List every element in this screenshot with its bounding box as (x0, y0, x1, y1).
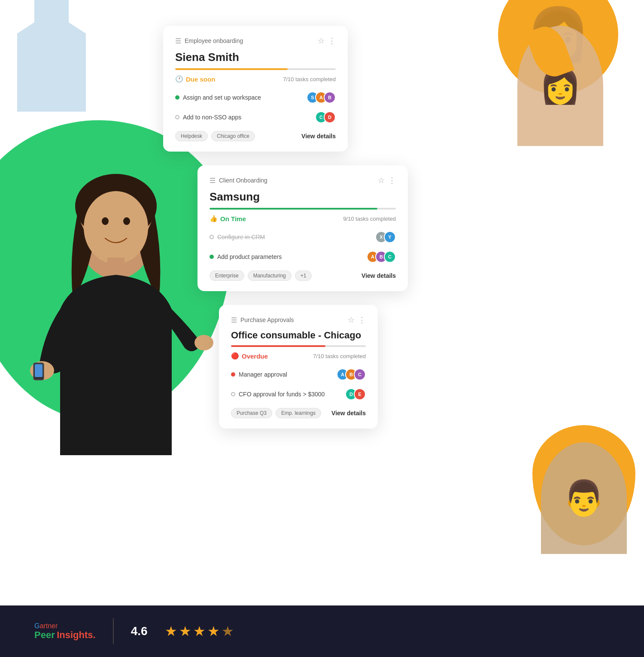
card2-tag-plus1[interactable]: +1 (295, 271, 312, 281)
svg-rect-9 (35, 364, 43, 377)
card1-title: Employee onboarding (185, 37, 243, 44)
card3-actions: ☆ ⋮ (348, 315, 366, 325)
card3-task-1-avatars: A B C (337, 368, 366, 380)
star-4: ★ (207, 623, 220, 639)
rating-score: 4.6 (131, 624, 148, 638)
card2-actions: ☆ ⋮ (378, 176, 396, 185)
avatar: E (354, 388, 366, 400)
card3-tasks-count: 7/10 tasks completed (313, 353, 366, 359)
card3-header: ☰ Purchase Approvals ☆ ⋮ (231, 315, 366, 325)
card2-view-details[interactable]: View details (361, 272, 396, 279)
card2-task-2: Add product parameters A B C (210, 249, 396, 265)
card3-status-badge: 🔴 Overdue (231, 352, 268, 360)
peer-text: Peer (34, 630, 55, 640)
star-5-half: ★ (222, 623, 234, 639)
avatar: D (324, 111, 336, 123)
card3-star-icon[interactable]: ☆ (348, 315, 355, 325)
card2-status-row: 👍 On Time 9/10 tasks completed (210, 215, 396, 222)
card1-tag-chicago[interactable]: Chicago office (211, 131, 255, 141)
card1-task-2-dot (175, 115, 179, 119)
card2-name: Samsung (210, 190, 396, 204)
card2-task-1: Configure in CRM X Y (210, 229, 396, 245)
star-2: ★ (179, 623, 191, 639)
card2-header: ☰ Client Onboarding ☆ ⋮ (210, 176, 396, 185)
card1-star-icon[interactable]: ☆ (318, 36, 325, 46)
card1-progress-fill (175, 68, 288, 70)
star-1: ★ (165, 623, 177, 639)
card1-status-badge: 🕐 Due soon (175, 75, 215, 83)
star-rating: ★ ★ ★ ★ ★ (165, 623, 234, 639)
card1-task-1: Assign and set up workspace S A B (175, 90, 336, 105)
card3-tags: Purchase Q3 Emp. learnings (231, 408, 321, 418)
card2-task-1-dot (210, 235, 214, 239)
card3-task-1-label: Manager approval (239, 371, 287, 378)
card3-progress-bar (231, 345, 366, 347)
card1-actions: ☆ ⋮ (318, 36, 336, 46)
card2-star-icon[interactable]: ☆ (378, 176, 385, 185)
card1-header: ☰ Employee onboarding ☆ ⋮ (175, 36, 336, 46)
card3-title: Purchase Approvals (240, 316, 294, 323)
card3-task-2-avatars: D E (345, 388, 366, 400)
card3-tag-emp[interactable]: Emp. learnings (276, 408, 321, 418)
person-bottom-right: 👨 (532, 425, 635, 554)
card1-status-row: 🕐 Due soon 7/10 tasks completed (175, 75, 336, 83)
avatar: Y (384, 231, 396, 243)
client-onboarding-card: ☰ Client Onboarding ☆ ⋮ Samsung 👍 On Tim… (197, 165, 408, 291)
cards-area: ☰ Employee onboarding ☆ ⋮ Siena Smith 🕐 … (163, 26, 575, 442)
card2-task-2-left: Add product parameters (210, 253, 282, 260)
card3-task-1-left: Manager approval (231, 371, 287, 378)
card3-status-row: 🔴 Overdue 7/10 tasks completed (231, 352, 366, 360)
card2-progress-fill (210, 208, 377, 210)
card3-tag-purchase[interactable]: Purchase Q3 (231, 408, 272, 418)
rating-divider (113, 618, 114, 644)
card1-status-text: Due soon (186, 76, 215, 83)
avatar: B (324, 91, 336, 103)
svg-point-3 (102, 217, 109, 225)
card1-task-2-avatars: C D (315, 111, 336, 123)
card1-list-icon: ☰ (175, 37, 181, 45)
card2-tag-manufacturing[interactable]: Manufacturing (248, 271, 292, 281)
card2-task-1-avatars: X Y (375, 231, 396, 243)
card1-progress-bar (175, 68, 336, 70)
card3-view-details[interactable]: View details (331, 410, 366, 417)
star-3: ★ (193, 623, 206, 639)
card1-tasks-count: 7/10 tasks completed (283, 76, 336, 82)
card3-progress-fill (231, 345, 325, 347)
card1-footer: Helpdesk Chicago office View details (175, 131, 336, 141)
card2-status-badge: 👍 On Time (210, 215, 246, 222)
card3-name: Office consumable - Chicago (231, 330, 366, 341)
card2-dots-icon[interactable]: ⋮ (388, 176, 396, 185)
card2-task-2-dot (210, 255, 214, 259)
svg-point-4 (123, 217, 130, 225)
card2-tag-enterprise[interactable]: Enterprise (210, 271, 244, 281)
card3-dots-icon[interactable]: ⋮ (358, 315, 366, 325)
card2-footer: Enterprise Manufacturing +1 View details (210, 271, 396, 281)
card3-task-2-label: CFO approval for funds > $3000 (239, 391, 325, 398)
gartner-artner: artner (39, 622, 58, 630)
card1-task-2-left: Add to non-SSO apps (175, 114, 241, 121)
card2-task-1-left: Configure in CRM (210, 234, 265, 240)
card2-progress-bar (210, 208, 396, 210)
avatar: C (384, 251, 396, 263)
card1-tag-helpdesk[interactable]: Helpdesk (175, 131, 208, 141)
card2-status-text: On Time (220, 215, 246, 222)
card2-task-2-label: Add product parameters (217, 253, 282, 260)
insights-text: Insights. (57, 630, 95, 640)
svg-point-2 (84, 191, 148, 264)
card2-task-1-label: Configure in CRM (217, 234, 265, 240)
card1-clock-icon: 🕐 (175, 75, 183, 83)
card2-tags: Enterprise Manufacturing +1 (210, 271, 312, 281)
card1-tags: Helpdesk Chicago office (175, 131, 255, 141)
card1-dots-icon[interactable]: ⋮ (328, 36, 336, 46)
card3-footer: Purchase Q3 Emp. learnings View details (231, 408, 366, 418)
card3-task-2-left: CFO approval for funds > $3000 (231, 391, 325, 398)
card1-header-left: ☰ Employee onboarding (175, 37, 243, 45)
card2-title: Client Onboarding (219, 177, 267, 184)
card2-tasks-count: 9/10 tasks completed (343, 216, 396, 222)
card3-task-1: Manager approval A B C (231, 367, 366, 382)
card3-task-2: CFO approval for funds > $3000 D E (231, 386, 366, 402)
card1-view-details[interactable]: View details (301, 133, 336, 140)
card3-overdue-icon: 🔴 (231, 352, 239, 360)
card3-task-1-dot (231, 372, 235, 377)
building-decoration (0, 0, 86, 112)
